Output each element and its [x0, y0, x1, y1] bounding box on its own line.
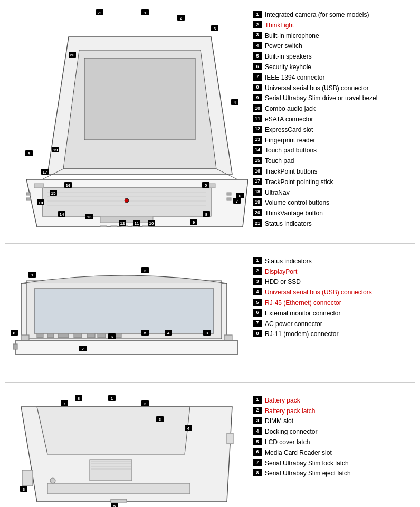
- legend-item: 16TrackPoint buttons: [253, 167, 415, 176]
- svg-rect-10: [26, 193, 31, 195]
- svg-rect-16: [121, 226, 128, 227]
- svg-text:2: 2: [180, 16, 183, 21]
- legend-badge: 2: [253, 407, 262, 414]
- legend-text: IEEE 1394 connector: [265, 73, 324, 82]
- legend-text: UltraNav: [265, 188, 290, 197]
- legend-badge: 15: [253, 157, 262, 164]
- legend-item: 19Volume control buttons: [253, 198, 415, 207]
- legend-badge: 8: [253, 330, 262, 337]
- svg-rect-17: [132, 226, 138, 227]
- legend-item: 1Status indicators: [253, 257, 415, 266]
- svg-rect-63: [34, 289, 214, 333]
- legend-item: 15Touch pad: [253, 157, 415, 166]
- legend-text: Fingerprint reader: [265, 136, 315, 145]
- legend-item: 4Docking connector: [253, 427, 415, 436]
- legend-badge: 3: [253, 417, 262, 424]
- svg-text:5: 5: [205, 183, 207, 188]
- svg-text:2: 2: [144, 401, 147, 406]
- legend-text: Universal serial bus (USB) connectors: [265, 288, 372, 297]
- legend-text: Docking connector: [265, 427, 317, 436]
- legend-text: Status indicators: [265, 257, 312, 266]
- legend-badge: 16: [253, 167, 262, 175]
- legend-item: 8Universal serial bus (USB) connector: [253, 84, 415, 93]
- legend-item: 5Built-in speakers: [253, 52, 415, 61]
- legend-text: Security keyhole: [265, 63, 311, 72]
- svg-text:14: 14: [60, 212, 64, 217]
- legend-badge: 19: [253, 198, 262, 206]
- legend-badge: 1: [253, 257, 262, 264]
- svg-text:8: 8: [13, 331, 16, 336]
- svg-text:9: 9: [193, 220, 195, 225]
- legend-badge: 11: [253, 115, 262, 122]
- legend-text: DIMM slot: [265, 417, 293, 426]
- legend-text: Battery pack latch: [265, 407, 315, 416]
- svg-text:7: 7: [236, 199, 238, 204]
- legend-badge: 2: [253, 21, 262, 28]
- legend-badge: 1: [253, 11, 262, 18]
- page: 1 2 3 4 5 5 6: [0, 0, 420, 507]
- legend-item: 5LCD cover latch: [253, 438, 415, 447]
- legend-badge: 14: [253, 146, 262, 154]
- svg-text:2: 2: [144, 269, 147, 273]
- legend-badge: 5: [253, 52, 262, 60]
- section-top-view: 1 2 3 4 5 5 6: [0, 5, 420, 230]
- legend-item: 2Battery pack latch: [253, 407, 415, 416]
- legend-text: HDD or SSD: [265, 278, 301, 286]
- legend-badge: 1: [253, 396, 262, 404]
- legend-item: 8Serial Ultrabay Slim eject latch: [253, 469, 415, 478]
- section-side-view: 1 2 3 4 5 6 7: [0, 252, 420, 369]
- legend-text: TrackPoint buttons: [265, 167, 318, 176]
- legend-item: 3Built-in microphone: [253, 32, 415, 41]
- svg-rect-15: [111, 226, 117, 227]
- legend-badge: 17: [253, 178, 262, 185]
- legend-item: 17TrackPoint pointing stick: [253, 178, 415, 187]
- svg-text:1: 1: [144, 11, 147, 15]
- legend-item: 18UltraNav: [253, 188, 415, 197]
- legend-badge: 21: [253, 219, 262, 227]
- legend-text: AC power connector: [265, 320, 322, 329]
- legend-badge: 5: [253, 299, 262, 306]
- svg-text:5: 5: [113, 504, 116, 507]
- legend-text: Serial Ultrabay Slim lock latch: [265, 459, 349, 468]
- svg-text:8: 8: [205, 212, 208, 217]
- legend-badge: 20: [253, 209, 262, 216]
- legend-text: Integrated camera (for some models): [265, 11, 369, 20]
- legend-item: 4Power switch: [253, 42, 415, 51]
- legend-bottom: 1Battery pack2Battery pack latch3DIMM sl…: [248, 391, 415, 480]
- svg-text:17: 17: [43, 170, 47, 175]
- laptop-top-svg: 1 2 3 4 5 5 6: [5, 5, 248, 227]
- legend-badge: 6: [253, 309, 262, 317]
- legend-text: TrackPoint pointing stick: [265, 178, 333, 187]
- svg-text:7: 7: [82, 347, 84, 351]
- legend-item: 14Touch pad buttons: [253, 146, 415, 155]
- legend-item: 7IEEE 1394 connector: [253, 73, 415, 82]
- legend-badge: 5: [253, 438, 262, 445]
- svg-text:6: 6: [111, 334, 113, 339]
- svg-text:12: 12: [120, 221, 125, 226]
- svg-text:18: 18: [39, 200, 43, 205]
- svg-rect-18: [142, 226, 149, 227]
- svg-text:10: 10: [149, 221, 154, 226]
- svg-text:21: 21: [98, 11, 102, 15]
- legend-text: RJ-45 (Ethernet) connector: [265, 299, 341, 308]
- legend-badge: 9: [253, 94, 262, 101]
- svg-text:5: 5: [144, 331, 147, 336]
- legend-text: External monitor connector: [265, 309, 340, 318]
- svg-text:3: 3: [159, 417, 161, 422]
- svg-rect-71: [98, 333, 106, 338]
- svg-text:7: 7: [63, 401, 66, 406]
- svg-text:3: 3: [214, 26, 216, 31]
- svg-text:4: 4: [187, 426, 190, 431]
- legend-badge: 3: [253, 32, 262, 39]
- legend-text: Combo audio jack: [265, 104, 316, 113]
- legend-item: 12ExpressCard slot: [253, 126, 415, 135]
- diagram-side: 1 2 3 4 5 6 7: [5, 252, 248, 369]
- legend-item: 1Integrated camera (for some models): [253, 11, 415, 20]
- svg-rect-14: [100, 226, 107, 227]
- svg-rect-0: [84, 58, 195, 140]
- legend-item: 2ThinkLight: [253, 21, 415, 30]
- svg-rect-96: [22, 470, 33, 486]
- legend-item: 4Universal serial bus (USB) connectors: [253, 288, 415, 297]
- legend-badge: 8: [253, 469, 262, 476]
- legend-badge: 7: [253, 320, 262, 327]
